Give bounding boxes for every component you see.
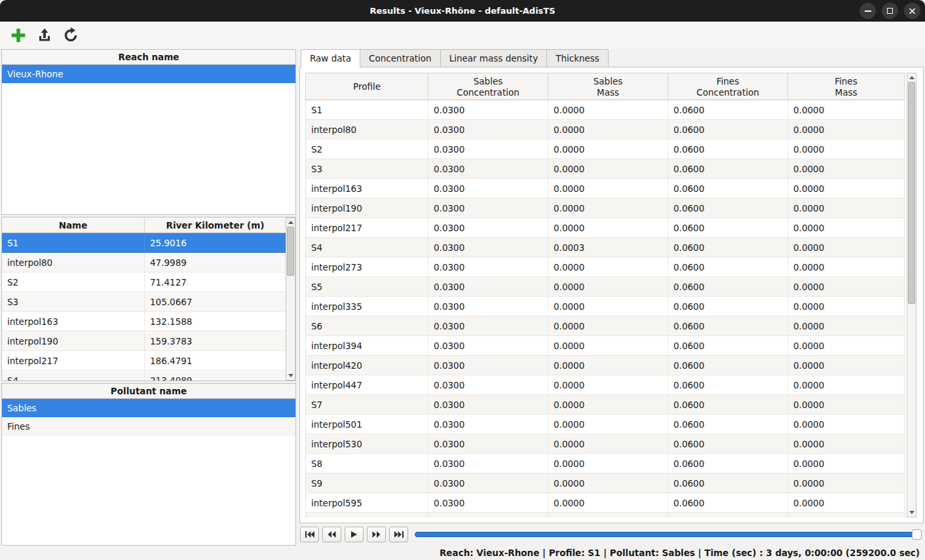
value-cell: 0.0300 [428,100,548,119]
table-row[interactable]: interpol800.03000.00000.06000.0000 [305,120,905,140]
column-header-line: Mass [835,87,858,98]
scroll-up-icon[interactable] [286,218,295,227]
maximize-button[interactable] [882,3,898,19]
titlebar[interactable]: Results - Vieux-Rhône - default-AdisTS × [0,0,925,22]
profile-row[interactable]: interpol163132.1588 [2,312,286,331]
value-cell: 0.0000 [548,316,668,335]
table-row[interactable]: interpol2730.03000.00000.06000.0000 [305,257,905,277]
scroll-down-icon[interactable] [286,371,295,380]
value-cell: 0.0000 [788,120,904,139]
value-cell: 0.0600 [668,198,788,217]
profiles-scrollbar-thumb[interactable] [287,227,294,276]
profile-row[interactable]: S3105.0667 [2,292,286,312]
profiles-scrollbar[interactable] [286,217,295,381]
refresh-icon [62,27,79,44]
pollutant-list-item[interactable]: Fines [2,417,295,436]
value-cell: 0.0300 [428,159,548,178]
table-row[interactable]: S40.03000.00030.06000.0000 [305,238,905,257]
value-cell: 0.0600 [668,238,788,257]
value-cell: 0.0000 [548,415,668,434]
raw-table-body: S10.03000.00000.06000.0000interpol800.03… [305,100,905,517]
value-cell: 0.0000 [788,493,904,512]
table-row[interactable]: S20.03000.00000.06000.0000 [305,140,905,159]
value-cell: 0.0000 [548,336,668,355]
tab-thickness[interactable]: Thickness [546,49,609,67]
value-cell: 0.0000 [788,159,904,178]
reach-list-item[interactable]: Vieux-Rhone [2,65,295,83]
plus-icon [10,27,27,44]
value-cell: 0.0000 [788,395,904,414]
table-row[interactable]: interpol1630.03000.00000.06000.0000 [305,179,905,198]
value-cell: 0.0600 [668,179,788,198]
table-row[interactable]: S50.03000.00000.06000.0000 [305,277,905,297]
profile-row[interactable]: S271.4127 [2,272,286,292]
profile-row[interactable]: S4213.4089 [2,371,286,381]
scroll-up-icon[interactable] [907,73,916,82]
app-window: Results - Vieux-Rhône - default-AdisTS ×… [0,0,925,560]
table-scrollbar-track[interactable] [907,82,916,508]
profile-name-cell: interpol163 [2,312,145,331]
table-row[interactable]: S60.03000.00000.06000.0000 [305,316,905,336]
table-row[interactable]: S10.03000.00000.06000.0000 [305,100,905,120]
profile-cell: interpol394 [306,336,428,355]
value-cell: 0.0000 [548,198,668,217]
profile-row[interactable]: interpol217186.4791 [2,351,286,371]
value-cell: 0.0600 [668,336,788,355]
maximize-icon [887,8,893,14]
table-row[interactable]: interpol3940.03000.00000.06000.0000 [305,336,905,356]
table-row[interactable]: S70.03000.00000.06000.0000 [305,395,905,415]
profile-row[interactable]: interpol8047.9989 [2,253,286,272]
value-cell: 0.0300 [428,297,548,316]
add-button[interactable] [8,25,29,46]
table-row[interactable]: S100.03000.00000.06000.0000 [305,513,905,517]
table-row[interactable]: interpol4200.03000.00000.06000.0000 [305,356,905,375]
toolbar [0,22,925,49]
tab-concentration[interactable]: Concentration [360,49,441,67]
next-frame-button[interactable] [367,527,386,542]
table-row[interactable]: interpol5010.03000.00000.06000.0000 [305,415,905,434]
column-header: FinesMass [788,73,904,100]
play-button[interactable] [345,527,364,542]
tab-raw-data[interactable]: Raw data [301,49,360,67]
column-header-line: Profile [353,81,381,92]
value-cell: 0.0300 [428,375,548,394]
table-row[interactable]: interpol2170.03000.00000.06000.0000 [305,218,905,238]
profile-km-cell: 105.0667 [145,292,286,311]
table-row[interactable]: interpol5300.03000.00000.06000.0000 [305,434,905,454]
table-row[interactable]: S90.03000.00000.06000.0000 [305,474,905,493]
table-row[interactable]: S80.03000.00000.06000.0000 [305,454,905,474]
table-scrollbar-thumb[interactable] [908,82,915,304]
skip-start-icon [305,531,314,538]
export-button[interactable] [34,25,55,46]
value-cell: 0.0300 [428,238,548,257]
profile-row[interactable]: interpol190159.3783 [2,331,286,351]
tab-linear-mass-density[interactable]: Linear mass density [440,49,548,67]
scroll-down-icon[interactable] [907,508,916,517]
profile-row[interactable]: S125.9016 [2,233,286,253]
column-header-line: Fines [835,76,857,86]
last-frame-button[interactable] [389,527,408,542]
table-row[interactable]: interpol5950.03000.00000.06000.0000 [305,493,905,513]
table-row[interactable]: interpol3350.03000.00000.06000.0000 [305,297,905,316]
column-header-line: Mass [597,87,619,98]
previous-frame-button[interactable] [322,527,341,542]
profile-name-cell: S4 [2,371,145,381]
table-row[interactable]: S30.03000.00000.06000.0000 [305,159,905,179]
first-frame-button[interactable] [300,527,319,542]
profile-name-cell: interpol190 [2,331,145,350]
profile-cell: S6 [306,316,428,335]
value-cell: 0.0000 [548,434,668,453]
minimize-button[interactable] [859,3,876,19]
time-slider[interactable] [415,527,922,542]
close-button[interactable]: × [904,3,920,19]
profile-name-cell: interpol80 [2,253,145,272]
profile-cell: interpol420 [306,356,428,375]
table-scrollbar[interactable] [907,73,916,517]
profiles-scrollbar-track[interactable] [286,227,295,371]
profile-cell: S9 [306,474,428,493]
table-row[interactable]: interpol4470.03000.00000.06000.0000 [305,375,905,395]
pollutant-list-item[interactable]: Sables [2,399,295,417]
table-row[interactable]: interpol1900.03000.00000.06000.0000 [305,198,905,218]
time-slider-handle[interactable] [912,529,922,540]
refresh-button[interactable] [60,25,81,46]
